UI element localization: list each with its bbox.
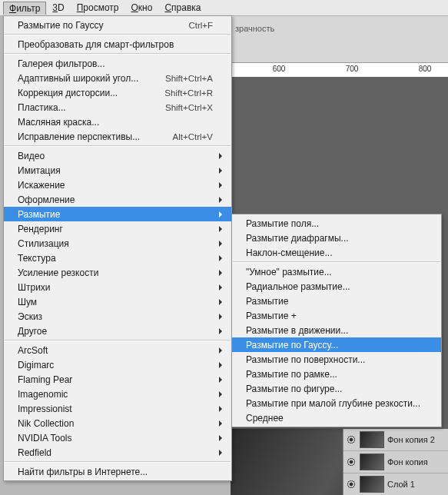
filter-menu-item[interactable]: Рендеринг xyxy=(4,221,231,236)
menu-item-label: Имитация xyxy=(18,165,213,176)
blur-submenu-item[interactable]: Размытие по Гауссу... xyxy=(232,337,441,352)
filter-menu-item[interactable]: Nik Collection xyxy=(4,416,231,430)
menu-item-label: Размытие по Гауссу... xyxy=(246,340,423,350)
menu-item-label: Исправление перспективы... xyxy=(18,131,164,142)
menu-item-label: Среднее xyxy=(246,413,423,424)
filter-menu-item[interactable]: Текстура xyxy=(4,251,231,265)
menu-item-label: Размытие в движении... xyxy=(246,325,423,336)
menu-item-label: Flaming Pear xyxy=(18,374,213,385)
blur-submenu[interactable]: Размытие поля...Размытие диафрагмы...Нак… xyxy=(231,214,442,427)
visibility-eye-icon[interactable] xyxy=(346,479,357,490)
filter-menu-item[interactable]: Адаптивный широкий угол...Shift+Ctrl+A xyxy=(4,71,231,85)
filter-menu-item[interactable]: Размытие xyxy=(4,207,231,221)
filter-menu-item[interactable]: Flaming Pear xyxy=(4,372,231,387)
blur-submenu-item[interactable]: Наклон-смещение... xyxy=(232,245,441,260)
menu-item-label: Redfield xyxy=(18,447,213,458)
ruler-tick: 700 xyxy=(346,65,359,73)
menu-item-label: Эскиз xyxy=(18,311,213,322)
layer-name[interactable]: Слой 1 xyxy=(387,480,415,489)
menu-item-label: Найти фильтры в Интернете... xyxy=(18,467,213,477)
blur-submenu-item[interactable]: Радиальное размытие... xyxy=(232,279,441,294)
filter-menu-item[interactable]: Имитация xyxy=(4,163,231,178)
menu-item-label: Усиление резкости xyxy=(18,267,213,278)
menu-item-label: Размытие xyxy=(246,296,423,307)
filter-menu-item[interactable]: ArcSoft xyxy=(4,343,231,357)
menu-item-label: Размытие по поверхности... xyxy=(246,354,423,365)
filter-menu-item[interactable]: Imagenomic xyxy=(4,387,231,401)
blur-submenu-item[interactable]: Среднее xyxy=(232,410,441,425)
blur-submenu-item[interactable]: Размытие по рамке... xyxy=(232,367,441,381)
blur-submenu-item[interactable]: Размытие диафрагмы... xyxy=(232,231,441,245)
filter-menu-item[interactable]: Пластика...Shift+Ctrl+X xyxy=(4,100,231,115)
menu-separator xyxy=(5,461,231,463)
blur-submenu-item[interactable]: Размытие в движении... xyxy=(232,323,441,337)
blur-submenu-item[interactable]: Размытие поля... xyxy=(232,216,441,231)
menu-item-label: Оформление xyxy=(18,194,213,205)
layers-panel[interactable]: Фон копия 2Фон копияСлой 1 xyxy=(343,429,448,495)
visibility-eye-icon[interactable] xyxy=(346,434,357,445)
filter-menu[interactable]: Размытие по ГауссуCtrl+FПреобразовать дл… xyxy=(3,15,232,481)
layer-row[interactable]: Фон копия 2 xyxy=(343,429,448,451)
menu-item-label: Стилизация xyxy=(18,238,213,249)
filter-menu-item[interactable]: Оформление xyxy=(4,192,231,207)
menu-item-label: Imagenomic xyxy=(18,389,213,400)
options-bar: зрачность xyxy=(231,16,448,63)
menu-item-label: Impressionist xyxy=(18,404,213,414)
menubar-item-фильтр[interactable]: Фильтр xyxy=(3,2,46,15)
visibility-eye-icon[interactable] xyxy=(346,457,357,467)
layer-thumbnail[interactable] xyxy=(360,431,384,448)
filter-menu-item[interactable]: Impressionist xyxy=(4,401,231,416)
menubar-item-просмотр[interactable]: Просмотр xyxy=(71,1,125,15)
menu-item-label: Масляная краска... xyxy=(18,117,213,128)
filter-menu-item[interactable]: Искажение xyxy=(4,178,231,192)
menu-separator xyxy=(5,34,231,35)
blur-submenu-item[interactable]: Размытие + xyxy=(232,308,441,323)
menu-item-label: Наклон-смещение... xyxy=(246,248,423,258)
filter-menu-item[interactable]: Преобразовать для смарт-фильтров xyxy=(4,37,231,51)
filter-menu-item[interactable]: Усиление резкости xyxy=(4,265,231,280)
menubar-item-справка[interactable]: Справка xyxy=(158,1,207,15)
filter-menu-item[interactable]: Шум xyxy=(4,294,231,309)
menubar-item-3d[interactable]: 3D xyxy=(46,1,70,15)
filter-menu-item[interactable]: Размытие по ГауссуCtrl+F xyxy=(4,18,231,32)
menu-item-label: Размытие по фигуре... xyxy=(246,384,423,394)
menu-item-label: Пластика... xyxy=(18,102,156,113)
menu-separator xyxy=(233,261,440,263)
layer-name[interactable]: Фон копия 2 xyxy=(387,435,435,444)
menu-item-label: Штрихи xyxy=(18,282,213,293)
layer-thumbnail[interactable] xyxy=(360,476,384,493)
filter-menu-item[interactable]: NVIDIA Tools xyxy=(4,430,231,445)
menu-item-label: ArcSoft xyxy=(18,345,213,356)
menubar-item-окно[interactable]: Окно xyxy=(125,1,159,15)
filter-menu-item[interactable]: Масляная краска... xyxy=(4,115,231,129)
blur-submenu-item[interactable]: Размытие по поверхности... xyxy=(232,352,441,367)
menubar: Фильтр3DПросмотрОкноСправка xyxy=(0,0,448,16)
filter-menu-item[interactable]: Другое xyxy=(4,324,231,338)
layer-row[interactable]: Слой 1 xyxy=(343,473,448,495)
menu-item-label: Шум xyxy=(18,297,213,307)
menu-item-label: Адаптивный широкий угол... xyxy=(18,73,156,84)
filter-menu-item[interactable]: Галерея фильтров... xyxy=(4,56,231,71)
blur-submenu-item[interactable]: Размытие при малой глубине резкости... xyxy=(232,396,441,410)
menu-item-label: Коррекция дисторсии... xyxy=(18,88,155,98)
menu-item-label: NVIDIA Tools xyxy=(18,433,213,444)
menu-item-shortcut: Shift+Ctrl+R xyxy=(164,88,213,98)
blur-submenu-item[interactable]: Размытие по фигуре... xyxy=(232,381,441,396)
filter-menu-item[interactable]: Штрихи xyxy=(4,280,231,294)
menu-item-label: Текстура xyxy=(18,253,213,264)
blur-submenu-item[interactable]: "Умное" размытие... xyxy=(232,264,441,279)
filter-menu-item[interactable]: Digimarc xyxy=(4,357,231,372)
filter-menu-item[interactable]: Найти фильтры в Интернете... xyxy=(4,464,231,479)
layer-row[interactable]: Фон копия xyxy=(343,451,448,473)
filter-menu-item[interactable]: Исправление перспективы...Alt+Ctrl+V xyxy=(4,129,231,144)
layer-name[interactable]: Фон копия xyxy=(387,457,428,467)
filter-menu-item[interactable]: Коррекция дисторсии...Shift+Ctrl+R xyxy=(4,85,231,100)
layer-thumbnail[interactable] xyxy=(360,453,384,470)
opacity-label: зрачность xyxy=(235,24,274,33)
menu-item-label: Видео xyxy=(18,151,213,161)
filter-menu-item[interactable]: Стилизация xyxy=(4,236,231,251)
filter-menu-item[interactable]: Эскиз xyxy=(4,309,231,324)
filter-menu-item[interactable]: Видео xyxy=(4,148,231,163)
blur-submenu-item[interactable]: Размытие xyxy=(232,294,441,308)
filter-menu-item[interactable]: Redfield xyxy=(4,445,231,460)
